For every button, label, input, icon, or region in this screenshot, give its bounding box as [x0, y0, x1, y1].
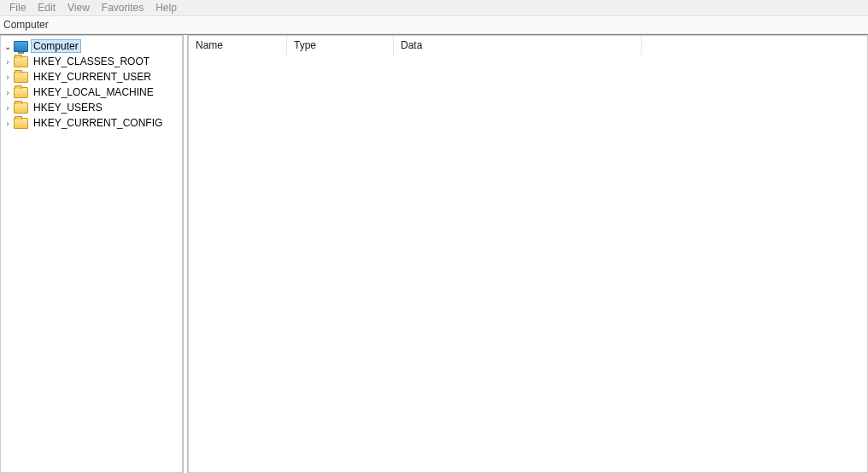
expander-icon[interactable]: ⌄	[3, 42, 13, 51]
client-area: ⌄ Computer › HKEY_CLASSES_ROOT	[0, 34, 868, 473]
column-header-name[interactable]: Name	[189, 36, 287, 55]
tree-node-hkcr[interactable]: › HKEY_CLASSES_ROOT	[1, 54, 182, 69]
folder-icon	[14, 72, 28, 83]
tree-node-hklm[interactable]: › HKEY_LOCAL_MACHINE	[1, 85, 182, 100]
menu-favorites[interactable]: Favorites	[96, 2, 150, 14]
computer-icon	[14, 41, 28, 52]
tree-node-label: HKEY_CLASSES_ROOT	[31, 55, 152, 67]
tree-node-label: HKEY_LOCAL_MACHINE	[31, 86, 156, 98]
column-header-data[interactable]: Data	[394, 36, 642, 55]
folder-icon	[14, 118, 28, 129]
menu-file[interactable]: File	[3, 2, 32, 14]
values-header: Name Type Data	[189, 36, 867, 55]
tree-node-hku[interactable]: › HKEY_USERS	[1, 100, 182, 115]
tree-node-computer[interactable]: ⌄ Computer	[1, 38, 182, 54]
tree-node-hkcu[interactable]: › HKEY_CURRENT_USER	[1, 69, 182, 85]
column-header-type[interactable]: Type	[287, 36, 394, 55]
expander-icon[interactable]: ›	[3, 103, 13, 113]
menu-edit[interactable]: Edit	[32, 2, 62, 14]
folder-icon	[14, 102, 28, 114]
folder-icon	[14, 56, 28, 67]
values-pane[interactable]: Name Type Data	[188, 35, 868, 473]
tree-node-label: HKEY_USERS	[31, 102, 105, 114]
tree-node-label: HKEY_CURRENT_USER	[31, 71, 154, 83]
expander-icon[interactable]: ›	[3, 57, 13, 67]
menu-bar: File Edit View Favorites Help	[0, 0, 868, 16]
tree-node-label: HKEY_CURRENT_CONFIG	[31, 117, 165, 129]
tree-pane[interactable]: ⌄ Computer › HKEY_CLASSES_ROOT	[0, 35, 183, 473]
expander-icon[interactable]: ›	[3, 119, 13, 128]
address-bar[interactable]: Computer	[0, 16, 868, 34]
expander-icon[interactable]: ›	[3, 88, 13, 97]
tree-node-label: Computer	[31, 39, 81, 53]
menu-view[interactable]: View	[62, 2, 96, 14]
address-path: Computer	[3, 19, 49, 31]
menu-help[interactable]: Help	[150, 2, 183, 14]
tree-node-hkcc[interactable]: › HKEY_CURRENT_CONFIG	[1, 115, 182, 131]
folder-icon	[14, 87, 28, 98]
expander-icon[interactable]: ›	[3, 73, 13, 82]
registry-tree: ⌄ Computer › HKEY_CLASSES_ROOT	[1, 38, 182, 131]
